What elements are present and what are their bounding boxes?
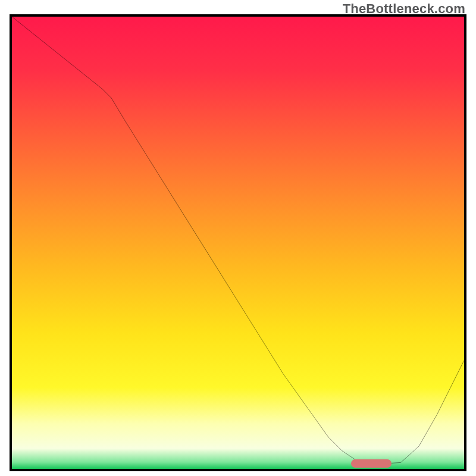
chart-line: [12, 17, 464, 469]
optimal-range-marker: [351, 459, 392, 468]
chart-frame: [10, 14, 466, 471]
